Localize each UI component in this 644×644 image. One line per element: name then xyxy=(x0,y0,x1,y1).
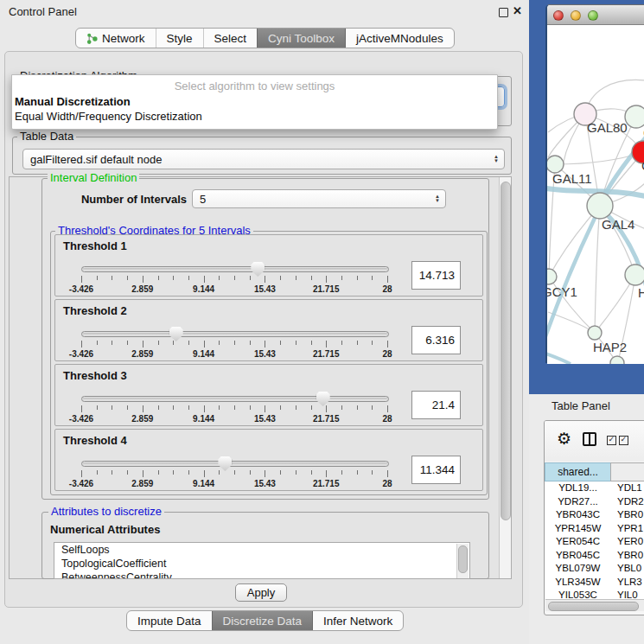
tab-jactivemnodules[interactable]: jActiveMNodules xyxy=(345,29,454,48)
table-data-value: galFiltered.sif default node xyxy=(30,153,162,166)
tab-discretize-data[interactable]: Discretize Data xyxy=(212,611,313,630)
checkbox-icon[interactable] xyxy=(619,436,628,445)
network-node-h[interactable] xyxy=(625,265,644,285)
tab-label: Infer Network xyxy=(323,615,392,628)
checkbox-icon[interactable] xyxy=(607,436,616,445)
cell-name[interactable]: YDR2 xyxy=(610,495,644,509)
network-node[interactable] xyxy=(610,356,624,364)
threshold-1-value-input[interactable] xyxy=(411,261,461,290)
table-row[interactable]: YPR145WYPR1 xyxy=(545,522,644,536)
tab-style[interactable]: Style xyxy=(156,29,203,48)
tab-cyni-toolbox[interactable]: Cyni Toolbox xyxy=(257,29,345,48)
threshold-4-value-input[interactable] xyxy=(411,456,461,484)
network-node-gcy1[interactable] xyxy=(547,269,557,284)
apply-button[interactable]: Apply xyxy=(235,583,287,602)
column-header-shared-name[interactable]: shared... xyxy=(545,462,610,481)
network-window: GAL80GACGAL11GAL4GCY1HHAP2 xyxy=(545,4,644,363)
cell-name[interactable]: YBR0 xyxy=(610,508,644,522)
tab-label: Network xyxy=(102,32,145,45)
columns-icon[interactable] xyxy=(583,432,596,446)
combo-stepper-icon: ▲▼ xyxy=(494,155,499,163)
network-node-gal4[interactable] xyxy=(587,193,613,219)
close-icon[interactable]: ✕ xyxy=(513,4,522,17)
cell-name[interactable]: YBR0 xyxy=(610,549,644,563)
combo-stepper-icon: ▲▼ xyxy=(435,194,440,203)
scrollbar-thumb[interactable] xyxy=(501,182,511,520)
threshold-2-value-input[interactable] xyxy=(411,326,461,354)
interval-definition-title: Interval Definition xyxy=(48,172,139,183)
float-panel-icon[interactable] xyxy=(499,8,508,17)
table-row[interactable]: YDL19...YDL1 xyxy=(545,481,644,495)
tab-network[interactable]: Network xyxy=(76,29,156,48)
slider-track[interactable] xyxy=(81,461,389,467)
number-of-intervals-value: 5 xyxy=(200,193,206,206)
cyni-bottom-tabs: Impute DataDiscretize DataInfer Network xyxy=(126,610,404,631)
list-scrollbar-thumb[interactable] xyxy=(458,545,468,573)
threshold-panel-1: Threshold 1 -3.4262.8599.14415.4321.7152… xyxy=(54,234,483,296)
slider-thumb[interactable] xyxy=(169,327,183,341)
tab-select[interactable]: Select xyxy=(203,29,258,48)
table-row[interactable]: YLR345WYLR3 xyxy=(545,576,644,590)
cell-name[interactable]: YPR1 xyxy=(610,522,644,536)
cell-shared-name[interactable]: YBR043C xyxy=(545,508,610,522)
tab-impute-data[interactable]: Impute Data xyxy=(127,611,212,630)
list-scrollbar[interactable] xyxy=(456,544,469,579)
cell-name[interactable]: YDL1 xyxy=(610,481,644,495)
cell-shared-name[interactable]: YLR345W xyxy=(545,576,610,590)
tab-label: Cyni Toolbox xyxy=(268,32,335,45)
slider-thumb[interactable] xyxy=(251,262,265,277)
horizontal-scrollbar[interactable] xyxy=(545,599,644,611)
dropdown-placeholder: Select algorithm to view settings xyxy=(12,75,497,93)
gear-icon[interactable]: ⚙ xyxy=(557,429,571,449)
network-node-ga[interactable] xyxy=(625,105,644,128)
table-row[interactable]: YER054CYER0 xyxy=(545,535,644,549)
table-row[interactable]: YBR045CYBR0 xyxy=(545,549,644,563)
dropdown-item-manual-discretization[interactable]: Manual Discretization xyxy=(12,93,497,108)
threshold-panel-2: Threshold 2 -3.4262.8599.14415.4321.7152… xyxy=(54,299,483,361)
number-of-intervals-combobox[interactable]: 5 ▲▼ xyxy=(192,189,446,208)
attribute-item[interactable]: TopologicalCoefficient xyxy=(54,557,469,571)
node-label-gal80: GAL80 xyxy=(587,120,628,135)
table-row[interactable]: YBL079WYBL0 xyxy=(545,562,644,576)
cell-shared-name[interactable]: YPR145W xyxy=(545,522,610,536)
slider-track[interactable] xyxy=(81,266,389,272)
slider-thumb[interactable] xyxy=(316,392,330,406)
attribute-item[interactable]: BetweennessCentrality xyxy=(54,571,469,579)
slider-track[interactable] xyxy=(81,331,389,337)
node-label-hap2: HAP2 xyxy=(593,340,627,354)
cell-name[interactable]: YLR3 xyxy=(610,576,644,590)
cell-shared-name[interactable]: YBR045C xyxy=(545,549,610,563)
cell-shared-name[interactable]: YBL079W xyxy=(545,562,610,576)
network-node-hap2[interactable] xyxy=(588,326,602,340)
algorithm-dropdown: Select algorithm to view settings Manual… xyxy=(11,74,498,130)
zoom-window-button[interactable] xyxy=(588,10,598,21)
threshold-panel-3: Threshold 3 -3.4262.8599.14415.4321.7152… xyxy=(54,364,483,426)
network-node-gal11[interactable] xyxy=(547,156,564,173)
slider-thumb[interactable] xyxy=(218,456,232,471)
cell-name[interactable]: YBL0 xyxy=(610,562,644,576)
cell-shared-name[interactable]: YER054C xyxy=(545,535,610,549)
cell-name[interactable]: YER0 xyxy=(610,535,644,549)
attributes-group-title: Attributes to discretize xyxy=(48,506,164,517)
table-row[interactable]: YBR043CYBR0 xyxy=(545,508,644,522)
node-label-gal4: GAL4 xyxy=(602,217,634,232)
minimize-window-button[interactable] xyxy=(571,10,581,21)
threshold-3-value-input[interactable] xyxy=(411,391,461,419)
dropdown-item-equal-width-frequency[interactable]: Equal Width/Frequency Discretization xyxy=(12,108,497,123)
network-canvas[interactable]: GAL80GACGAL11GAL4GCY1HHAP2 xyxy=(547,25,644,364)
horizontal-scrollbar-thumb[interactable] xyxy=(548,602,639,611)
vertical-scrollbar[interactable] xyxy=(499,177,511,578)
numerical-attributes-list[interactable]: SelfLoopsTopologicalCoefficientBetweenne… xyxy=(54,542,470,579)
network-window-titlebar[interactable] xyxy=(547,5,644,25)
column-header-name[interactable]: na xyxy=(610,462,644,481)
cell-shared-name[interactable]: YDL19... xyxy=(545,481,610,495)
table-data-combobox[interactable]: galFiltered.sif default node ▲▼ xyxy=(22,149,505,169)
slider-track[interactable] xyxy=(81,396,389,402)
close-window-button[interactable] xyxy=(553,10,564,21)
node-label-gal11: GAL11 xyxy=(552,171,592,186)
tab-infer-network[interactable]: Infer Network xyxy=(312,611,403,630)
cell-shared-name[interactable]: YDR27... xyxy=(545,495,610,509)
node-label-gcy1: GCY1 xyxy=(547,284,577,299)
attribute-item[interactable]: SelfLoops xyxy=(54,543,469,557)
table-row[interactable]: YDR27...YDR2 xyxy=(545,495,644,509)
